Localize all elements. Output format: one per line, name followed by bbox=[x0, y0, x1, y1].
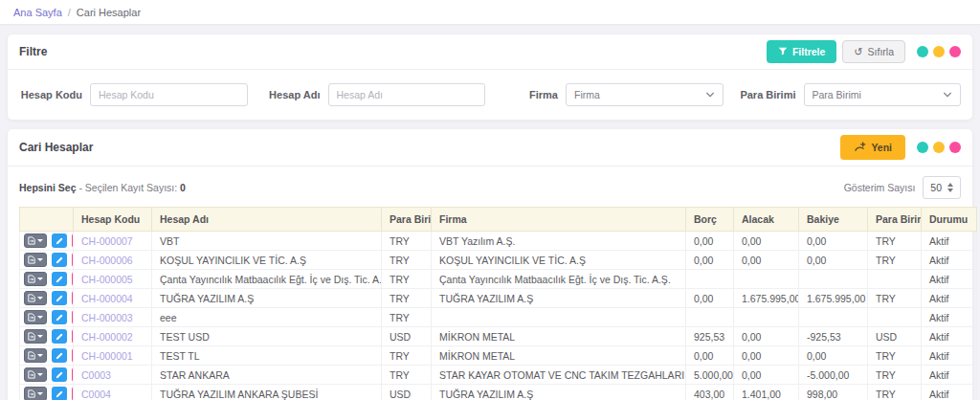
export-dropdown-button[interactable] bbox=[24, 367, 47, 382]
selection-summary: Hepsini Seç - Seçilen Kayıt Sayısı: 0 bbox=[19, 182, 186, 193]
firm-cell: VBT Yazılım A.Ş. bbox=[432, 232, 686, 251]
balance-currency-cell bbox=[868, 270, 922, 289]
table-row: CH-000004 TUĞRA YAZILIM A.Ş TRY TUĞRA YA… bbox=[20, 289, 977, 308]
table-row: CH-000001 TEST TL TRY MİKRON METAL 0,00 … bbox=[20, 346, 977, 366]
edit-button[interactable] bbox=[52, 310, 67, 324]
currency-cell: TRY bbox=[382, 366, 432, 385]
table-row: C0004 TUĞRA YAZILIM ANKARA ŞUBESİ USD TU… bbox=[20, 385, 977, 400]
status-cell: Aktif bbox=[922, 385, 977, 400]
caret-down-icon bbox=[37, 335, 43, 338]
account-code-link[interactable]: CH-000006 bbox=[81, 255, 133, 266]
account-code-link[interactable]: CH-000004 bbox=[81, 293, 133, 304]
col-header-borc: Borç bbox=[686, 208, 734, 232]
balance-cell: -925,53 bbox=[799, 327, 868, 346]
firm-cell: MİKRON METAL bbox=[432, 346, 686, 366]
page-size-select[interactable]: 50 bbox=[923, 176, 961, 199]
yeni-button[interactable]: Yeni bbox=[840, 135, 905, 160]
file-export-icon bbox=[28, 236, 35, 245]
account-code-link[interactable]: CH-000003 bbox=[81, 312, 133, 323]
debit-cell: 403,00 bbox=[686, 385, 734, 400]
edit-button[interactable] bbox=[52, 329, 67, 344]
edit-button[interactable] bbox=[52, 348, 67, 363]
currency-cell: USD bbox=[382, 385, 432, 400]
account-code-link[interactable]: CH-000001 bbox=[81, 350, 133, 362]
account-name-cell: eee bbox=[152, 308, 382, 327]
currency-cell: TRY bbox=[382, 346, 432, 366]
account-name-cell: TEST USD bbox=[152, 327, 382, 346]
balance-currency-cell: USD bbox=[868, 327, 922, 346]
file-export-icon bbox=[28, 389, 35, 398]
currency-cell: TRY bbox=[382, 270, 432, 289]
hesap-kodu-input[interactable] bbox=[90, 83, 248, 106]
balance-cell: 0,00 bbox=[799, 346, 868, 366]
debit-cell bbox=[686, 270, 734, 289]
status-cell: Aktif bbox=[922, 270, 977, 289]
edit-button[interactable] bbox=[52, 387, 67, 400]
edit-button[interactable] bbox=[52, 367, 67, 382]
table-row: CH-000005 Çanta Yayıncılık Matbaacılık E… bbox=[20, 270, 977, 289]
debit-cell bbox=[686, 308, 734, 327]
breadcrumb-home-link[interactable]: Ana Sayfa bbox=[13, 7, 62, 18]
credit-cell bbox=[734, 270, 799, 289]
para-birimi-select[interactable]: Para Birimi bbox=[804, 83, 962, 106]
firm-cell: KOŞUL YAYINCILIK VE TİC. A.Ş bbox=[432, 251, 686, 270]
edit-button[interactable] bbox=[52, 253, 67, 267]
select-all-link[interactable]: Hepsini Seç bbox=[19, 182, 77, 193]
export-dropdown-button[interactable] bbox=[24, 387, 47, 400]
hesap-adi-input[interactable] bbox=[328, 83, 486, 106]
file-export-icon bbox=[28, 332, 35, 341]
credit-cell: 0,00 bbox=[734, 327, 799, 346]
pencil-icon bbox=[56, 352, 63, 360]
list-card-title: Cari Hesaplar bbox=[19, 141, 93, 154]
export-dropdown-button[interactable] bbox=[24, 272, 47, 286]
col-header-alacak: Alacak bbox=[734, 208, 799, 232]
chevron-down-icon bbox=[705, 90, 715, 100]
account-name-cell: STAR ANKARA bbox=[152, 366, 382, 385]
export-dropdown-button[interactable] bbox=[24, 253, 47, 267]
credit-cell: 1.675.995,00 bbox=[734, 289, 799, 308]
export-dropdown-button[interactable] bbox=[24, 291, 47, 305]
edit-button[interactable] bbox=[52, 272, 67, 286]
pencil-icon bbox=[56, 295, 63, 302]
teal-dot bbox=[917, 142, 928, 153]
debit-cell: 0,00 bbox=[686, 232, 734, 251]
col-header-hesap-adi: Hesap Adı bbox=[152, 208, 382, 232]
firma-select[interactable]: Firma bbox=[566, 83, 724, 106]
account-code-link[interactable]: CH-000002 bbox=[81, 331, 133, 343]
pink-dot bbox=[949, 142, 961, 153]
edit-button[interactable] bbox=[52, 233, 67, 248]
export-dropdown-button[interactable] bbox=[24, 348, 47, 363]
account-name-cell: VBT bbox=[152, 232, 382, 251]
teal-dot bbox=[917, 46, 928, 57]
balance-currency-cell bbox=[868, 308, 922, 327]
export-dropdown-button[interactable] bbox=[24, 233, 47, 248]
col-header-actions bbox=[20, 208, 74, 232]
debit-cell: 0,00 bbox=[686, 289, 734, 308]
export-dropdown-button[interactable] bbox=[24, 310, 47, 324]
file-export-icon bbox=[28, 351, 35, 360]
caret-down-icon bbox=[37, 239, 43, 242]
status-cell: Aktif bbox=[922, 308, 977, 327]
stepper-icon bbox=[947, 183, 953, 192]
filtrele-button[interactable]: Filtrele bbox=[767, 40, 836, 63]
para-birimi-select-value: Para Birimi bbox=[813, 89, 861, 100]
caret-down-icon bbox=[37, 297, 43, 300]
account-code-link[interactable]: CH-000007 bbox=[81, 235, 133, 247]
table-row: CH-000002 TEST USD USD MİKRON METAL 925,… bbox=[20, 327, 977, 346]
file-export-icon bbox=[28, 294, 35, 302]
export-dropdown-button[interactable] bbox=[24, 329, 47, 344]
balance-currency-cell: TRY bbox=[868, 289, 922, 308]
account-code-link[interactable]: C0003 bbox=[81, 369, 111, 381]
sifirla-button[interactable]: ↺ Sıfırla bbox=[842, 40, 905, 63]
balance-cell: 0,00 bbox=[799, 232, 868, 251]
debit-cell: 5.000,00 bbox=[686, 366, 734, 385]
status-cell: Aktif bbox=[922, 366, 977, 385]
currency-cell: TRY bbox=[382, 289, 432, 308]
para-birimi-label: Para Birimi bbox=[733, 89, 796, 100]
debit-cell: 0,00 bbox=[686, 251, 734, 270]
edit-button[interactable] bbox=[52, 291, 67, 305]
caret-down-icon bbox=[37, 278, 43, 280]
account-code-link[interactable]: C0004 bbox=[81, 389, 111, 400]
table-row: CH-000007 VBT TRY VBT Yazılım A.Ş. 0,00 … bbox=[20, 232, 977, 251]
account-code-link[interactable]: CH-000005 bbox=[81, 274, 133, 285]
